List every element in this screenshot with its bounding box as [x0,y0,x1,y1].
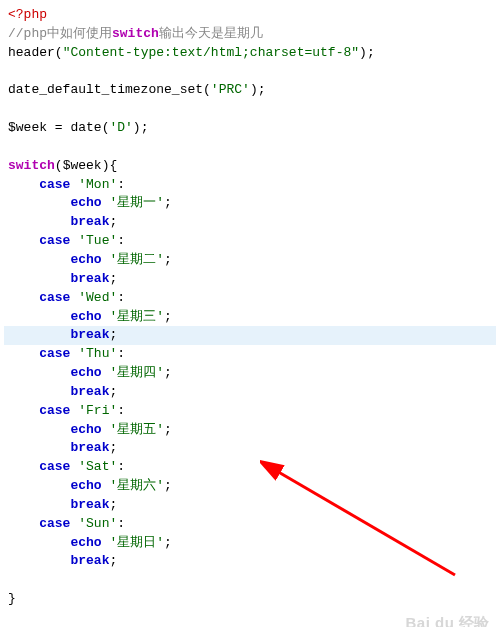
break-line: break; [4,552,496,571]
echo-line: echo '星期四'; [4,364,496,383]
break-line-highlighted: break; [4,326,496,345]
break-line: break; [4,439,496,458]
echo-line: echo '星期二'; [4,251,496,270]
blank-line [4,63,496,82]
php-open-tag: <?php [4,6,496,25]
echo-line: echo '星期五'; [4,421,496,440]
echo-line: echo '星期三'; [4,308,496,327]
echo-line: echo '星期六'; [4,477,496,496]
case-line: case 'Mon': [4,176,496,195]
case-line: case 'Thu': [4,345,496,364]
header-call-line: header("Content-type:text/html;charset=u… [4,44,496,63]
break-line: break; [4,213,496,232]
timezone-line: date_default_timezone_set('PRC'); [4,81,496,100]
code-block: <?php //php中如何使用switch输出今天是星期几 header("C… [4,6,496,627]
blank-line [4,609,496,627]
case-line: case 'Wed': [4,289,496,308]
close-brace: } [4,590,496,609]
echo-line: echo '星期日'; [4,534,496,553]
case-line: case 'Tue': [4,232,496,251]
switch-line: switch($week){ [4,157,496,176]
week-assign-line: $week = date('D'); [4,119,496,138]
comment-line: //php中如何使用switch输出今天是星期几 [4,25,496,44]
case-line: case 'Sat': [4,458,496,477]
case-line: case 'Fri': [4,402,496,421]
blank-line [4,571,496,590]
break-line: break; [4,496,496,515]
break-line: break; [4,383,496,402]
blank-line [4,138,496,157]
case-line: case 'Sun': [4,515,496,534]
break-line: break; [4,270,496,289]
blank-line [4,100,496,119]
echo-line: echo '星期一'; [4,194,496,213]
